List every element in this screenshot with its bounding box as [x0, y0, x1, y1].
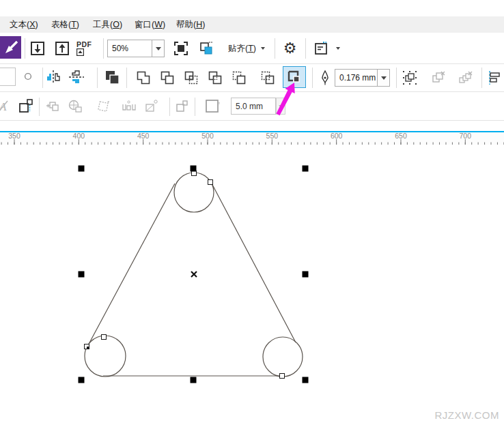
window-panel-dropdown[interactable] — [333, 42, 344, 55]
weld-button[interactable] — [134, 68, 152, 87]
ruler-label: 650 — [395, 132, 407, 140]
options-button[interactable]: ⚙ — [280, 38, 300, 58]
export-button[interactable] — [53, 39, 71, 57]
menu-tools[interactable]: 工具(O) — [89, 16, 126, 33]
ungroup-button-disabled — [429, 68, 447, 87]
ellipse-marker-icon[interactable] — [21, 69, 35, 84]
property-bar-upper: 0.176 mm — [0, 64, 504, 92]
outline-width-combobox[interactable]: 0.176 mm — [335, 69, 390, 87]
watermark: RJZXW.COM — [435, 409, 500, 421]
title-strip — [0, 0, 504, 16]
wrap-text-icon-disabled: A — [0, 97, 11, 115]
outline-width-value: 0.176 mm — [335, 73, 377, 83]
chevron-down-icon — [336, 47, 340, 50]
ruler-label: 500 — [201, 132, 214, 140]
full-screen-preview-button[interactable] — [171, 39, 190, 57]
property-bar-lower: A 5.0 mm — [0, 92, 504, 121]
chevron-down-icon — [261, 47, 265, 50]
corner-radius-dropdown-disabled — [276, 98, 285, 115]
trim-button[interactable] — [158, 68, 176, 87]
pdf-label: PDF — [76, 40, 92, 48]
app-logo-arrow-icon[interactable] — [0, 36, 21, 59]
object-position-button[interactable] — [16, 96, 36, 115]
menu-window[interactable]: 窗口(W) — [130, 16, 169, 33]
menu-table[interactable]: 表格(T) — [47, 16, 83, 33]
mirror-vertical-button[interactable] — [67, 68, 85, 87]
corner-radius-input[interactable]: 5.0 mm — [231, 98, 276, 115]
align-distribute-button[interactable] — [486, 68, 503, 87]
ruler-label: 600 — [331, 132, 343, 140]
drawing-canvas[interactable] — [0, 145, 504, 425]
distribute-icon-disabled — [120, 97, 139, 115]
chevron-down-icon — [279, 105, 283, 108]
edge-clipped-input[interactable] — [0, 68, 16, 86]
ruler-label: 700 — [460, 132, 472, 140]
window-panel-button[interactable] — [311, 39, 330, 57]
menu-bar: 文本(X) 表格(T) 工具(O) 窗口(W) 帮助(H) — [0, 16, 504, 33]
corner-roundness-icon[interactable] — [203, 96, 223, 116]
ruler-label: 550 — [266, 132, 279, 140]
show-hide-objects-button[interactable] — [197, 39, 215, 57]
chevron-down-icon — [156, 47, 161, 50]
rotate-object-icon-disabled — [94, 97, 113, 115]
simplify-button[interactable] — [206, 68, 224, 87]
ruler-label: 350 — [8, 132, 20, 140]
intersect-button[interactable] — [182, 68, 200, 87]
svg-text:A: A — [0, 100, 7, 113]
mirror-horizontal-button[interactable] — [44, 68, 62, 87]
horizontal-ruler[interactable]: 350400450500550600650700 — [0, 132, 504, 145]
group-button[interactable] — [400, 68, 419, 87]
application-window: 文本(X) 表格(T) 工具(O) 窗口(W) 帮助(H) PDF 50% — [0, 0, 504, 425]
standard-toolbar: PDF 50% 贴齐(T) ⚙ — [0, 33, 504, 64]
zoom-level-value: 50% — [108, 44, 152, 53]
import-button[interactable] — [28, 39, 46, 57]
ungroup-all-button-disabled — [456, 68, 475, 87]
snap-to-label: 贴齐(T) — [228, 43, 256, 55]
chevron-down-icon — [381, 76, 387, 80]
combine-button[interactable] — [102, 68, 122, 87]
outline-width-dropdown-button[interactable] — [377, 70, 389, 86]
snap-to-dropdown[interactable]: 贴齐(T) — [228, 40, 265, 57]
menu-help[interactable]: 帮助(H) — [172, 16, 209, 33]
ruler-label: 450 — [137, 132, 150, 140]
publish-pdf-button[interactable]: PDF — [76, 38, 99, 59]
gear-icon: ⚙ — [283, 41, 297, 56]
outline-pen-icon[interactable] — [318, 68, 333, 87]
nudge-object-icon-disabled — [44, 98, 61, 115]
back-minus-front-button[interactable] — [258, 68, 277, 87]
scale-factor-icon-disabled — [142, 97, 161, 115]
center-of-rotation-icon-disabled — [66, 97, 85, 115]
zoom-level-dropdown-button[interactable] — [152, 40, 164, 57]
front-minus-back-button[interactable] — [229, 68, 248, 87]
corner-radius-value: 5.0 mm — [236, 102, 263, 111]
menu-text[interactable]: 文本(X) — [5, 16, 42, 33]
zoom-level-combobox[interactable]: 50% — [107, 40, 165, 57]
relative-position-icon-disabled — [173, 97, 191, 115]
create-boundary-button[interactable] — [283, 66, 306, 88]
ruler-label: 400 — [73, 132, 85, 140]
